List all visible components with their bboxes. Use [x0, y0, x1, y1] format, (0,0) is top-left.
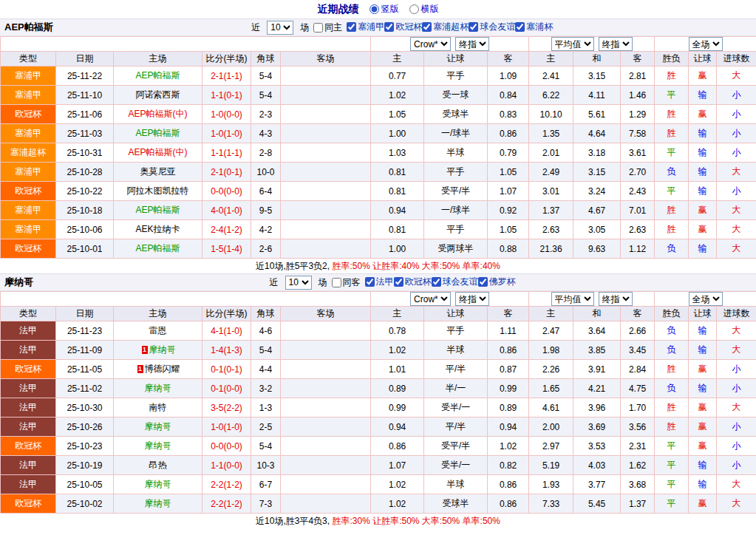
handicap-line: 受半/一	[424, 456, 488, 475]
league-filter[interactable]: 球会友谊	[432, 276, 478, 288]
team-name[interactable]: 阿拉木图凯拉特	[127, 185, 189, 196]
league-filter[interactable]: 塞浦杯	[515, 21, 553, 33]
league-filter-checkbox[interactable]	[469, 22, 478, 32]
team-name[interactable]: AEP帕福斯	[135, 70, 180, 81]
average-select[interactable]: 平均值	[551, 292, 594, 306]
bookmaker-final-select[interactable]: 终指	[455, 37, 489, 51]
score: 1-0(1-0)	[202, 418, 251, 437]
team-name[interactable]: 摩纳哥	[145, 498, 171, 508]
team-name[interactable]: 昂热	[149, 460, 167, 470]
league-badge: 塞浦甲	[1, 124, 56, 143]
result-handicap: 输	[689, 239, 717, 259]
corner-score: 5-4	[251, 86, 281, 105]
avg-draw-odds: 5.45	[573, 494, 621, 514]
same-venue-checkbox[interactable]	[313, 23, 323, 33]
same-venue-label: 同主	[324, 21, 342, 34]
match-date: 25-11-09	[56, 341, 114, 360]
col-outcome: 胜负	[655, 52, 689, 67]
scope-select[interactable]: 全场	[689, 292, 723, 306]
team-name[interactable]: AEK拉纳卡	[135, 224, 180, 234]
league-filter-checkbox[interactable]	[432, 277, 441, 287]
average-final-select[interactable]: 终指	[599, 37, 633, 51]
avg-away-odds: 7.01	[621, 201, 655, 220]
result-handicap: 赢	[689, 105, 717, 124]
league-filter[interactable]: 塞浦甲	[347, 21, 384, 33]
team-name[interactable]: 奥莫尼亚	[140, 166, 176, 177]
layout-option-horizontal[interactable]: 横版	[409, 3, 439, 16]
match-date: 25-10-06	[56, 220, 114, 239]
league-filter[interactable]: 塞浦超杯	[422, 21, 469, 33]
league-filter-checkbox[interactable]	[394, 277, 403, 287]
result-goals: 小	[717, 379, 756, 398]
average-final-select[interactable]: 终指	[599, 292, 633, 306]
col-asian-home: 主	[371, 307, 424, 321]
avg-away-odds: 7.58	[621, 124, 655, 143]
league-filter[interactable]: 球会友谊	[469, 21, 515, 33]
handicap-home-odds: 1.01	[371, 360, 424, 379]
team-name[interactable]: AEP帕福斯	[135, 243, 180, 253]
result-outcome: 胜	[655, 220, 689, 239]
avg-home-odds: 2.41	[529, 67, 573, 86]
same-venue-filter[interactable]: 同客	[332, 276, 361, 289]
scope-select[interactable]: 全场	[689, 37, 723, 51]
avg-draw-odds: 3.64	[573, 321, 621, 341]
team-name[interactable]: 摩纳哥	[145, 440, 171, 451]
match-count-select[interactable]: 10	[285, 276, 312, 290]
col-handicap-result: 让球	[689, 52, 717, 67]
result-handicap: 赢	[689, 437, 717, 456]
handicap-home-odds: 0.81	[371, 182, 424, 201]
league-filter-checkbox[interactable]	[422, 22, 432, 32]
average-select[interactable]: 平均值	[551, 37, 594, 51]
result-goals: 大	[717, 201, 756, 220]
bookmaker-select[interactable]: Crow*	[410, 37, 451, 51]
avg-home-odds: 6.22	[529, 86, 573, 105]
result-goals: 大	[717, 341, 756, 360]
same-venue-filter[interactable]: 同主	[313, 21, 342, 34]
league-badge: 塞浦甲	[1, 201, 56, 220]
layout-option-vertical[interactable]: 竖版	[370, 3, 399, 16]
avg-away-odds: 3.45	[621, 341, 655, 360]
team-name[interactable]: 摩纳哥	[145, 383, 171, 393]
horizontal-radio[interactable]	[409, 4, 419, 14]
team-name[interactable]: AEP帕福斯(中)	[128, 147, 187, 157]
bookmaker-final-select[interactable]: 终指	[455, 292, 489, 306]
league-filter-checkbox[interactable]	[384, 22, 394, 32]
corner-score: 5-4	[251, 67, 281, 86]
league-filter-checkbox[interactable]	[365, 277, 375, 287]
team-name-heading: AEP帕福斯	[4, 21, 53, 34]
team-name[interactable]: AEP帕福斯(中)	[128, 109, 187, 119]
result-handicap: 输	[689, 456, 717, 475]
team-name[interactable]: 阿诺索西斯	[136, 89, 180, 100]
corner-score: 4-2	[251, 220, 281, 239]
home-team: 1博德闪耀	[114, 360, 202, 379]
team-name[interactable]: AEP帕福斯	[135, 128, 180, 138]
avg-away-odds: 2.81	[621, 67, 655, 86]
match-row: 欧冠杯 25-10-01 AEP帕福斯 1-5(1-4) 2-6 1.00 受两…	[1, 239, 756, 259]
away-team	[281, 379, 371, 398]
league-filter[interactable]: 法甲	[365, 276, 394, 288]
bookmaker-select[interactable]: Crow*	[410, 292, 451, 306]
team-name[interactable]: 摩纳哥	[145, 421, 171, 432]
league-filter[interactable]: 佛罗杯	[478, 276, 516, 288]
league-filter-checkbox[interactable]	[478, 277, 488, 287]
team-name[interactable]: AEP帕福斯	[135, 205, 180, 215]
match-count-select[interactable]: 10	[267, 21, 293, 35]
home-team: AEP帕福斯	[114, 124, 202, 143]
vertical-radio[interactable]	[370, 4, 379, 14]
team-name[interactable]: 雷恩	[149, 325, 167, 335]
league-filter-checkbox[interactable]	[347, 22, 356, 32]
team-name[interactable]: 摩纳哥	[149, 344, 176, 355]
col-date: 日期	[56, 307, 114, 321]
result-outcome: 负	[655, 163, 689, 182]
team-name[interactable]: 南特	[149, 402, 167, 412]
league-filter-checkbox[interactable]	[515, 22, 525, 32]
same-venue-checkbox[interactable]	[332, 278, 341, 287]
league-filter[interactable]: 欧冠杯	[384, 21, 422, 33]
team-name[interactable]: 博德闪耀	[145, 364, 180, 374]
handicap-away-odds: 1.07	[488, 182, 529, 201]
home-team: 阿诺索西斯	[114, 86, 202, 105]
league-filter[interactable]: 欧冠杯	[394, 276, 432, 288]
away-team	[281, 341, 371, 360]
team-name[interactable]: 摩纳哥	[145, 479, 171, 489]
col-euro-away: 客	[621, 52, 655, 67]
